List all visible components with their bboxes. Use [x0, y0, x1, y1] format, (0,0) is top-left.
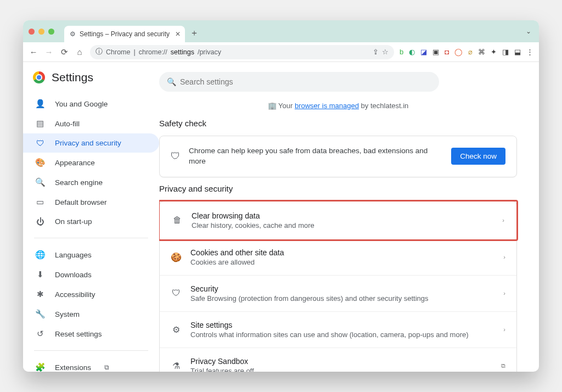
page-title: Settings	[52, 71, 93, 84]
globe-icon: 🌐	[35, 250, 45, 260]
ext-icon[interactable]: ⌘	[478, 48, 485, 56]
sidebar-item-label: Privacy and security	[55, 139, 121, 147]
managed-link[interactable]: browser is managed	[295, 102, 359, 110]
ext-icon[interactable]: ⬓	[514, 48, 521, 56]
tab-strip: ⚙ Settings – Privacy and security ✕ ＋ ⌄	[23, 20, 539, 42]
sidebar-item-auto-fill[interactable]: ▤Auto-fill	[23, 114, 159, 133]
chevron-right-icon: ›	[503, 254, 505, 260]
sidebar-item-extensions[interactable]: 🧩Extensions⧉	[23, 357, 159, 372]
autofill-icon: ▤	[35, 119, 45, 128]
search-input[interactable]	[159, 72, 439, 92]
settings-main: 🔍 🏢 Your browser is managed by techlates…	[159, 62, 539, 372]
privacy-row-cookies-and-other-site-data[interactable]: 🍪Cookies and other site dataCookies are …	[160, 239, 516, 276]
tabs-chevron-icon[interactable]: ⌄	[526, 27, 531, 35]
chevron-right-icon: ⧉	[501, 362, 505, 369]
browser-icon: ▭	[35, 197, 45, 207]
sidebar-item-on-start-up[interactable]: ⏻On start-up	[23, 212, 159, 231]
ext-icon[interactable]: ◨	[502, 48, 509, 56]
managed-notice: 🏢 Your browser is managed by techlatest.…	[159, 102, 517, 110]
sidebar-item-privacy-and-security[interactable]: 🛡Privacy and security	[23, 133, 159, 153]
forward-button[interactable]: →	[44, 47, 54, 57]
ext-icon[interactable]: ◯	[454, 48, 463, 56]
sidebar-item-label: Appearance	[55, 159, 95, 167]
sidebar-item-system[interactable]: 🔧System	[23, 304, 159, 324]
row-title: Privacy Sandbox	[190, 357, 492, 366]
row-subtitle: Clear history, cookies, cache and more	[192, 221, 493, 229]
sidebar-item-label: Search engine	[55, 178, 103, 187]
ext-icon[interactable]: ⌀	[468, 48, 473, 56]
sidebar-item-label: You and Google	[55, 100, 108, 108]
menu-icon[interactable]: ⋮	[526, 48, 533, 56]
privacy-heading: Privacy and security	[159, 184, 517, 193]
privacy-row-security[interactable]: 🛡SecuritySafe Browsing (protection from …	[160, 276, 516, 312]
address-bar[interactable]: ⓘ Chrome | chrome://settings/privacy ⇪ ☆	[90, 45, 394, 59]
search-icon: 🔍	[167, 77, 176, 86]
ext-icon[interactable]: ◪	[420, 48, 427, 56]
sidebar-item-search-engine[interactable]: 🔍Search engine	[23, 172, 159, 192]
sliders-icon: ⚙	[171, 324, 182, 335]
ext-icon[interactable]: ◐	[409, 48, 415, 56]
maximize-window[interactable]	[48, 29, 54, 35]
privacy-row-site-settings[interactable]: ⚙Site settingsControls what information …	[160, 312, 516, 348]
sidebar-item-label: System	[55, 310, 80, 318]
reset-icon: ↺	[35, 329, 45, 339]
check-now-button[interactable]: Check now	[451, 148, 505, 165]
sidebar-item-label: Reset settings	[55, 330, 102, 338]
shield-icon: 🛡	[35, 138, 45, 148]
ext-icon[interactable]: b	[400, 48, 403, 56]
star-icon[interactable]: ☆	[382, 48, 389, 56]
privacy-row-clear-browsing-data[interactable]: 🗑Clear browsing dataClear history, cooki…	[161, 203, 515, 238]
new-tab-button[interactable]: ＋	[187, 27, 201, 39]
palette-icon: 🎨	[35, 158, 45, 167]
trash-icon: 🗑	[172, 215, 183, 225]
sidebar-item-reset-settings[interactable]: ↺Reset settings	[23, 324, 159, 344]
sidebar-item-downloads[interactable]: ⬇Downloads	[23, 265, 159, 284]
search-icon: 🔍	[35, 177, 45, 187]
chevron-right-icon: ›	[503, 290, 505, 296]
minimize-window[interactable]	[38, 29, 44, 35]
sidebar-item-label: Accessibility	[55, 290, 95, 299]
row-subtitle: Safe Browsing (protection from dangerous…	[190, 294, 494, 303]
sidebar-item-languages[interactable]: 🌐Languages	[23, 245, 159, 265]
extensions-puzzle-icon[interactable]: ✦	[491, 48, 497, 56]
sidebar-item-you-and-google[interactable]: 👤You and Google	[23, 94, 159, 114]
toolbar: ← → ⟳ ⌂ ⓘ Chrome | chrome://settings/pri…	[23, 42, 539, 62]
safety-check-card: 🛡 Chrome can help keep you safe from dat…	[159, 136, 517, 177]
row-subtitle: Cookies are allowed	[190, 258, 494, 266]
sidebar-item-accessibility[interactable]: ✱Accessibility	[23, 284, 159, 304]
sidebar-item-label: Auto-fill	[55, 120, 80, 128]
power-icon: ⏻	[35, 217, 45, 226]
sidebar-item-appearance[interactable]: 🎨Appearance	[23, 153, 159, 172]
ext-icon[interactable]: ▣	[432, 48, 439, 56]
sidebar-item-label: Downloads	[55, 271, 92, 279]
row-subtitle: Controls what information sites can use …	[190, 331, 494, 339]
gear-icon: ⚙	[70, 30, 76, 38]
privacy-row-privacy-sandbox[interactable]: ⚗Privacy SandboxTrial features are off⧉	[160, 348, 516, 372]
tab-title: Settings – Privacy and security	[80, 30, 170, 38]
reload-button[interactable]: ⟳	[59, 47, 69, 57]
flask-icon: ⚗	[171, 361, 182, 371]
sidebar-item-label: On start-up	[55, 217, 92, 226]
ext-icon[interactable]: ◘	[445, 48, 449, 56]
building-icon: 🏢	[268, 102, 277, 110]
sidebar-item-default-browser[interactable]: ▭Default browser	[23, 192, 159, 212]
site-info-icon: ⓘ	[95, 47, 103, 57]
close-window[interactable]	[29, 29, 35, 35]
row-title: Site settings	[190, 321, 494, 329]
highlighted-row: 🗑Clear browsing dataClear history, cooki…	[160, 201, 516, 239]
row-title: Security	[190, 284, 494, 293]
back-button[interactable]: ←	[29, 47, 38, 57]
external-icon: ⧉	[104, 363, 109, 371]
settings-sidebar: Settings 👤You and Google▤Auto-fill🛡Priva…	[23, 62, 159, 372]
person-icon: 👤	[35, 99, 45, 109]
home-button[interactable]: ⌂	[75, 47, 85, 57]
system-icon: 🔧	[35, 309, 45, 319]
close-tab-icon[interactable]: ✕	[175, 30, 181, 38]
omnibox-prefix: Chrome	[106, 48, 130, 56]
window-controls	[29, 29, 54, 35]
browser-tab[interactable]: ⚙ Settings – Privacy and security ✕	[64, 26, 185, 42]
browser-window: ⚙ Settings – Privacy and security ✕ ＋ ⌄ …	[23, 20, 539, 372]
row-title: Cookies and other site data	[190, 248, 494, 257]
download-icon: ⬇	[35, 270, 45, 279]
share-icon[interactable]: ⇪	[373, 48, 379, 56]
